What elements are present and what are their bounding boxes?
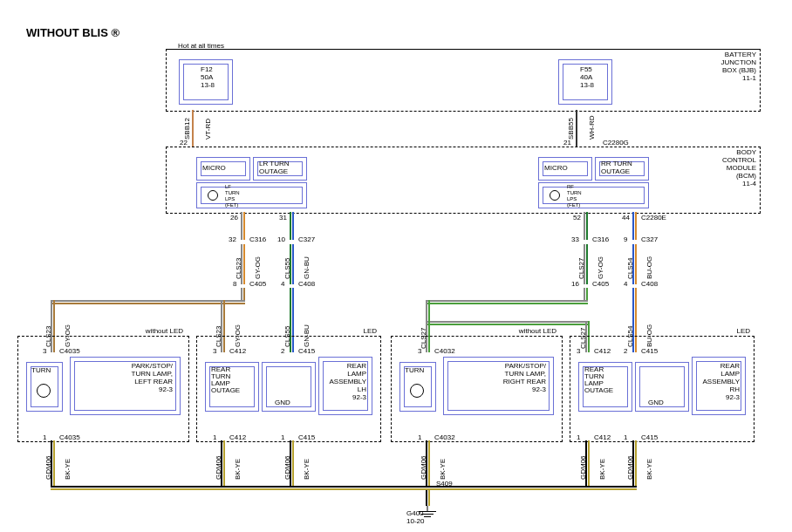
gnd-r: GND (648, 399, 664, 406)
wl-gyog-b2: GY-OG (597, 256, 604, 279)
wiring-diagram: WITHOUT BLIS ® Hot at all times BATTERY … (0, 0, 792, 532)
pin-22: 22 (180, 139, 188, 147)
rf-lps: RF TURN LPS (FET) (567, 184, 582, 208)
pin-44: 44 (622, 214, 630, 222)
pin-4r: 4 (624, 280, 627, 288)
without-led-l: without LED (135, 327, 183, 335)
f12-l3: 13-8 (201, 81, 215, 89)
wl-gdm3: GDM06 (283, 455, 291, 480)
bcm-l3: MODULE (713, 164, 756, 172)
bcm-l5: 11-4 (713, 180, 756, 188)
diagram-title: WITHOUT BLIS ® (26, 26, 119, 39)
pin-26: 26 (230, 214, 238, 222)
pin-c415rb: C415 (641, 433, 658, 441)
led-r: LED (728, 327, 750, 335)
bcm-l1: BODY (713, 148, 756, 156)
wl-gnbu-b: GN-BU (303, 256, 311, 279)
turn-l-sym (37, 384, 51, 398)
w-rbranch-h2 (427, 321, 589, 325)
w-rbranch-h1 (427, 300, 588, 304)
wlbl-vtrd: VT-RD (204, 119, 212, 140)
pin-c408r: C408 (641, 280, 658, 288)
pin-c327r: C327 (641, 235, 658, 243)
pin-9: 9 (624, 235, 627, 243)
f12-l1: F12 (201, 65, 213, 73)
pin-16: 16 (571, 280, 579, 288)
pin-c4032b: C4032 (434, 433, 455, 441)
pin-1d: 1 (418, 433, 421, 441)
pin-c2280e: C2280E (641, 214, 666, 222)
rear-assy-l: REAR LAMP ASSEMBLY LH 92-3 (321, 362, 366, 401)
w-cls27-a (584, 212, 588, 240)
f55-l3: 13-8 (580, 81, 594, 89)
wire-sbb12 (192, 110, 194, 147)
turn-r-sym (410, 384, 424, 398)
bcm-l4: (BCM) (713, 172, 756, 180)
wlbl-sbb55: SBB55 (567, 118, 575, 140)
pin-21: 21 (563, 139, 571, 147)
wl-gdm2: GDM06 (215, 455, 222, 480)
wl-cls54-b: CLS54 (626, 258, 634, 279)
rear-turn-l: REAR TURN LAMP OUTAGE (211, 366, 240, 394)
lf-lps-sym (208, 190, 218, 201)
wlbl-whrd: WH-RD (588, 115, 596, 140)
turn-r: TURN (405, 366, 424, 374)
w-cls55-a (290, 212, 294, 240)
rr-turn: RR TURN OUTAGE (601, 160, 632, 175)
pin-c316l: C316 (249, 235, 266, 243)
pin-c327l: C327 (298, 235, 315, 243)
wl-bkye4: BK-YE (439, 459, 447, 480)
f55-l1: F55 (580, 65, 592, 73)
pin-32: 32 (229, 235, 236, 243)
s409: S409 (436, 480, 453, 488)
gnd-l: GND (275, 399, 290, 406)
pin-c4035b: C4035 (59, 433, 80, 441)
wl-buog-b: BU-OG (645, 256, 653, 279)
pin-1a: 1 (43, 433, 46, 441)
w-lbranch-h (52, 300, 245, 304)
wl-cls55-b: CLS55 (283, 258, 291, 279)
pin-c412rb: C412 (594, 433, 611, 441)
pin-31: 31 (279, 214, 287, 222)
pin-c316r: C316 (592, 235, 609, 243)
bjb-box (166, 49, 761, 112)
bjb-l3: BOX (BJB) (713, 66, 756, 74)
pin-c405l: C405 (249, 280, 266, 288)
pin-52: 52 (573, 214, 581, 222)
wl-bkye1: BK-YE (64, 459, 72, 480)
w-cls23-a (241, 212, 245, 240)
pin-33: 33 (571, 235, 579, 243)
wl-gyog-b: GY-OG (254, 256, 262, 279)
pin-4l: 4 (281, 280, 284, 288)
pin-c405r: C405 (592, 280, 609, 288)
g400-l1: G400 (406, 509, 424, 517)
f12-l2: 50A (201, 73, 213, 81)
pin-1f: 1 (624, 433, 627, 441)
micro-l: MICRO (202, 164, 226, 172)
pin-c408l: C408 (298, 280, 315, 288)
pin-1c: 1 (281, 433, 284, 441)
pin-c412lb: C412 (229, 433, 246, 441)
pin-c2280g: C2280G (603, 139, 629, 147)
wl-gdm5: GDM06 (579, 455, 587, 480)
lr-turn: LR TURN OUTAGE (259, 160, 290, 175)
wl-gdm6: GDM06 (626, 455, 634, 480)
f55-l2: 40A (580, 73, 592, 81)
wl-bkye6: BK-YE (645, 459, 653, 480)
wl-bkye3: BK-YE (303, 459, 311, 480)
wl-cls23-b: CLS23 (235, 258, 242, 279)
wl-gdm4: GDM06 (420, 455, 427, 480)
pin-10: 10 (277, 235, 285, 243)
wlbl-sbb12: SBB12 (183, 118, 191, 140)
turn-l: TURN (31, 366, 51, 374)
in-bkye2: BK-YE (234, 459, 242, 480)
pin-1e: 1 (577, 433, 580, 441)
micro-r: MICRO (544, 164, 568, 172)
led-l: LED (355, 327, 377, 335)
g400-l2: 10-20 (406, 517, 424, 525)
lf-lps: LF TURN LPS (FET) (225, 184, 240, 208)
rf-lps-sym (550, 190, 560, 201)
w-rbranch-stub (584, 288, 588, 300)
wire-sbb55 (576, 110, 577, 147)
without-led-r: without LED (509, 327, 556, 335)
